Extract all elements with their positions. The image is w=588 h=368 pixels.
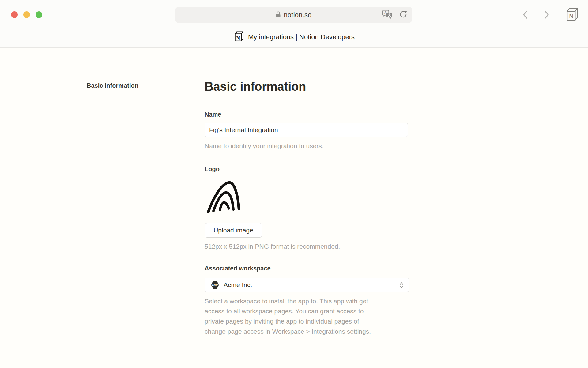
workspace-help-text: Select a workspace to install the app to… <box>205 296 392 336</box>
upload-image-button[interactable]: Upload image <box>205 223 262 238</box>
close-window-button[interactable] <box>11 11 18 18</box>
translate-icon[interactable]: A <box>382 10 393 20</box>
forward-button[interactable] <box>544 10 549 21</box>
svg-text:N: N <box>236 35 240 41</box>
reload-icon[interactable] <box>399 10 407 20</box>
browser-toolbar: notion.so A <box>0 0 588 48</box>
workspace-badge-icon: ACME <box>211 281 219 289</box>
url-text: notion.so <box>284 11 311 19</box>
name-help-text: Name to identify your integration to use… <box>205 141 324 151</box>
workspace-selected-value: Acme Inc. <box>224 281 252 289</box>
notion-logo-icon: N <box>233 31 244 44</box>
back-button[interactable] <box>522 10 528 21</box>
logo-field-label: Logo <box>205 166 220 173</box>
sidebar-item-basic-information[interactable]: Basic information <box>87 82 138 89</box>
browser-window: notion.so A <box>0 0 588 368</box>
name-input[interactable] <box>205 123 408 137</box>
zoom-window-button[interactable] <box>36 11 42 18</box>
address-bar[interactable]: notion.so A <box>175 7 412 23</box>
workspace-field-label: Associated workspace <box>205 265 271 272</box>
integration-logo-image <box>205 179 242 215</box>
workspace-select[interactable]: ACME Acme Inc. <box>205 278 409 292</box>
svg-text:N: N <box>569 13 574 20</box>
page-title-row: N My integrations | Notion Developers <box>0 29 588 45</box>
logo-help-text: 512px x 512px in PNG format is recommend… <box>205 242 340 251</box>
notion-extension-icon[interactable]: N <box>565 8 579 23</box>
select-chevrons-icon <box>399 282 404 290</box>
minimize-window-button[interactable] <box>23 11 30 18</box>
lock-icon <box>276 11 281 19</box>
name-field-label: Name <box>205 111 221 118</box>
section-heading: Basic information <box>205 80 306 94</box>
page-title: My integrations | Notion Developers <box>248 33 355 41</box>
